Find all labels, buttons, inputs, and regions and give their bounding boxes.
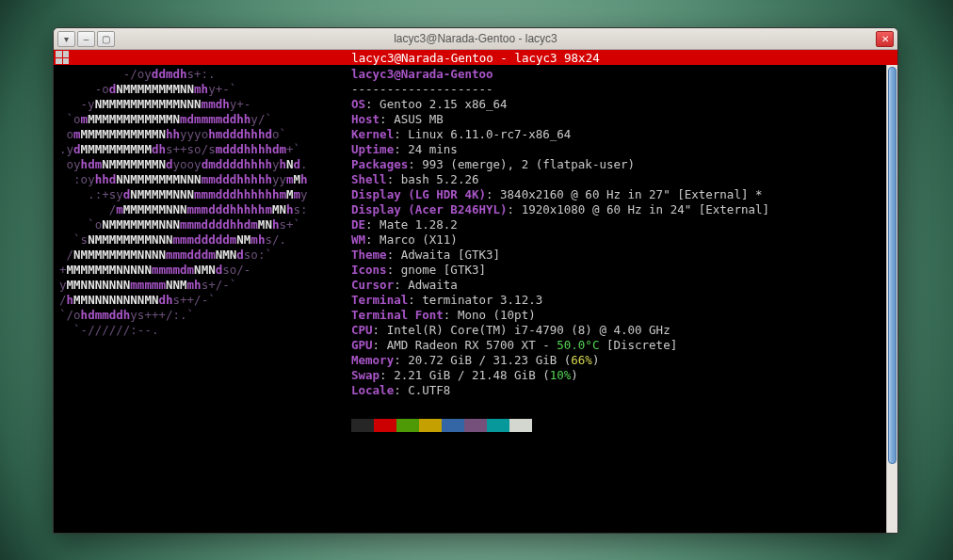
terminal-line: `sNMMMMMMMMNNNmmmdddddmNMmhs/.WM: Marco … — [59, 232, 882, 248]
scrollbar-thumb[interactable] — [888, 67, 896, 464]
terminal-window: ▾ – ▢ lacyc3@Narada-Gentoo - lacyc3 ✕ la… — [53, 27, 898, 534]
terminal-line: /NMMMMMMMMNNNNmmmdddmNMNdso:`Theme: Adwa… — [59, 248, 882, 263]
terminal-line: Swap: 2.21 GiB / 21.48 GiB (10%) — [59, 368, 882, 383]
terminal-line: Locale: C.UTF8 — [59, 383, 882, 398]
terminal-line: Memory: 20.72 GiB / 31.23 GiB (66%) — [59, 353, 882, 368]
color-swatch — [464, 419, 487, 432]
color-swatch — [396, 419, 419, 432]
close-button[interactable]: ✕ — [876, 31, 894, 47]
terminal-line: yMMNNNNNNNmmmmmNNMmhs+/-`Cursor: Adwaita — [59, 278, 882, 293]
terminal-line: :oyhhdNNMMMMMMMNNNmmdddhhhhhyymMhShell: … — [59, 172, 882, 187]
desktop-background: ▾ – ▢ lacyc3@Narada-Gentoo - lacyc3 ✕ la… — [0, 0, 953, 560]
color-swatch — [487, 419, 509, 432]
scrollbar-track[interactable] — [886, 65, 897, 533]
terminal-line: .:+sydNMMMMMNNNmmmdddhhhhhhmMmyDisplay (… — [59, 187, 882, 202]
color-swatch — [419, 419, 442, 432]
terminal-line: oyhdmNMMMMMMMNdyooydmddddhhhhyhNd.Packag… — [59, 157, 882, 172]
terminal-line: .ydMMMMMMMMMMdhs++so/smdddhhhhdm+`Uptime… — [59, 142, 882, 157]
color-swatch — [442, 419, 464, 432]
terminator-tab-label: lacyc3@Narada-Gentoo - lacyc3 98x24 — [351, 51, 599, 65]
color-swatch — [374, 419, 396, 432]
terminal-line: omMMMMMMMMMMMNhhyyyohmdddhhhdo`Kernel: L… — [59, 127, 882, 142]
terminal-line — [59, 398, 882, 413]
window-title: lacyc3@Narada-Gentoo - lacyc3 — [54, 32, 897, 45]
terminal-line: -odNMMMMMMMMNNmhy+-`-------------------- — [59, 82, 882, 97]
terminal-line: `-//////:--.CPU: Intel(R) Core(TM) i7-47… — [59, 323, 882, 338]
terminator-icon — [56, 51, 69, 64]
terminal-line: `/ohdmmddhys+++/:.`Terminal Font: Mono (… — [59, 308, 882, 323]
color-swatches — [351, 419, 882, 440]
color-swatch — [509, 419, 532, 432]
terminal-line: -yNMMMMMMMMMMMNNNmmdhy+-OS: Gentoo 2.15 … — [59, 97, 882, 112]
minimize-button[interactable]: – — [77, 31, 95, 47]
maximize-button[interactable]: ▢ — [97, 31, 115, 47]
terminal-content[interactable]: -/oyddmdhs+:.lacyc3@Narada-Gentoo -odNMM… — [54, 65, 886, 533]
color-swatch — [351, 419, 374, 432]
terminal-line: /mMMMMMMNNNmmmdddhhhhhmMNhs:Display (Ace… — [59, 202, 882, 217]
titlebar[interactable]: ▾ – ▢ lacyc3@Narada-Gentoo - lacyc3 ✕ — [54, 28, 897, 50]
menu-button[interactable]: ▾ — [57, 31, 75, 47]
terminal-line: `oNMMMMMMMNNNmmmddddhhdmMNhs+`DE: Mate 1… — [59, 217, 882, 232]
terminal-line: -/oyddmdhs+:.lacyc3@Narada-Gentoo — [59, 67, 882, 82]
terminal-line: GPU: AMD Radeon RX 5700 XT - 50.0°C [Dis… — [59, 338, 882, 353]
terminal-line: `omMMMMMMMMMMMMNmdmmmmddhhy/`Host: ASUS … — [59, 112, 882, 127]
terminal-line: /hMMNNNNNNNNMNdhs++/-`Terminal: terminat… — [59, 293, 882, 308]
terminator-tab-bar[interactable]: lacyc3@Narada-Gentoo - lacyc3 98x24 — [54, 50, 897, 65]
terminal-line: +MMMMMMMNNNNNmmmmdmNMNdso/-Icons: gnome … — [59, 263, 882, 278]
